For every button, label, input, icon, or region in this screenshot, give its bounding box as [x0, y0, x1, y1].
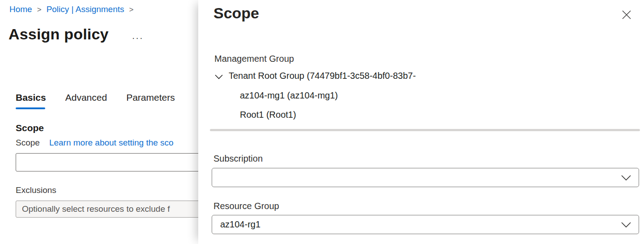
close-icon — [621, 9, 632, 21]
tree-item-tenant-root-group[interactable]: Tenant Root Group (74479bf1-3c58-4bf0-83… — [215, 71, 416, 81]
breadcrumb-link-home[interactable]: Home — [9, 4, 32, 14]
tree-item-label: Tenant Root Group (74479bf1-3c58-4bf0-83… — [229, 71, 416, 81]
tab-bar: Basics Advanced Parameters — [16, 92, 175, 109]
tab-advanced[interactable]: Advanced — [65, 92, 107, 109]
tree-item-root1[interactable]: Root1 (Root1) — [240, 110, 296, 120]
exclusions-field-label: Exclusions — [16, 185, 56, 195]
resource-group-dropdown[interactable]: az104-rg1 — [212, 215, 639, 234]
breadcrumb: Home > Policy | Assignments > — [9, 4, 133, 14]
tab-basics[interactable]: Basics — [16, 92, 46, 109]
exclusions-input[interactable] — [16, 201, 213, 218]
subscription-dropdown[interactable] — [212, 168, 639, 187]
subscription-label: Subscription — [213, 154, 263, 164]
breadcrumb-separator-icon: > — [129, 5, 134, 14]
chevron-down-icon[interactable] — [215, 74, 223, 79]
resource-group-dropdown-value: az104-rg1 — [220, 219, 260, 230]
scope-panel: Scope Management Group Tenant Root Group… — [198, 0, 644, 244]
management-group-label: Management Group — [214, 54, 294, 64]
chevron-down-icon — [621, 175, 631, 181]
scope-field-label: Scope — [16, 138, 40, 147]
scope-panel-title: Scope — [213, 4, 259, 22]
scope-section-heading: Scope — [16, 123, 44, 133]
close-button[interactable] — [620, 8, 633, 21]
chevron-down-icon — [621, 222, 631, 228]
page-title-row: Assign policy ··· — [9, 26, 144, 43]
tree-item-label: az104-mg1 (az104-mg1) — [240, 90, 338, 101]
scope-field-label-row: ScopeLearn more about setting the sco — [16, 138, 174, 148]
section-divider — [210, 129, 640, 131]
resource-group-label: Resource Group — [213, 201, 279, 211]
breadcrumb-separator-icon: > — [37, 5, 42, 14]
more-options-button[interactable]: ··· — [132, 35, 144, 40]
tab-parameters[interactable]: Parameters — [126, 92, 175, 109]
breadcrumb-link-policy-assignments[interactable]: Policy | Assignments — [47, 4, 124, 14]
scope-input[interactable] — [16, 153, 213, 171]
page-title: Assign policy — [9, 26, 109, 43]
tree-item-az104-mg1[interactable]: az104-mg1 (az104-mg1) — [240, 90, 338, 101]
tree-item-label: Root1 (Root1) — [240, 110, 296, 120]
learn-more-link[interactable]: Learn more about setting the sco — [49, 138, 174, 147]
